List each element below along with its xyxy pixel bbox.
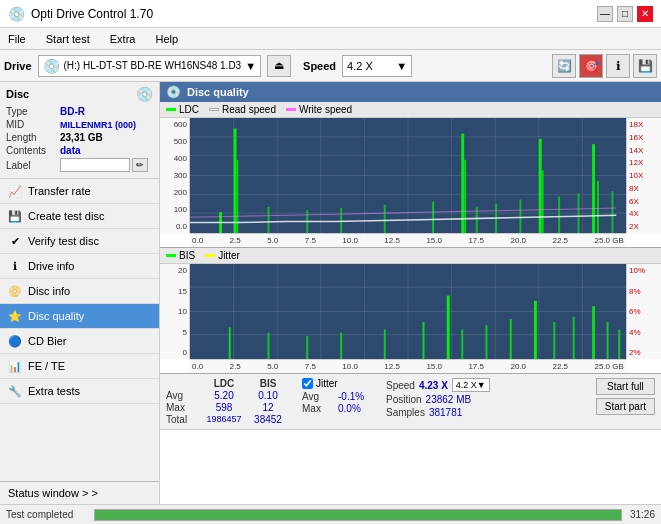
chart2-y-left: 20 15 10 5 0 [160, 264, 190, 359]
svg-rect-53 [461, 329, 463, 359]
maximize-button[interactable]: □ [617, 6, 633, 22]
label-edit-button[interactable]: ✏ [132, 158, 148, 172]
settings-button[interactable]: 🎯 [579, 54, 603, 78]
legend-jitter-label: Jitter [218, 250, 240, 261]
svg-rect-57 [553, 322, 555, 359]
disc-quality-header: 💿 Disc quality [160, 82, 661, 102]
position-label: Position [386, 394, 422, 405]
svg-rect-61 [618, 329, 620, 359]
info-button[interactable]: ℹ [606, 54, 630, 78]
svg-rect-60 [607, 322, 609, 359]
sidebar-item-disc-info[interactable]: 📀 Disc info [0, 279, 159, 304]
start-part-button[interactable]: Start part [596, 398, 655, 415]
label-input[interactable] [60, 158, 130, 172]
legend-bis: BIS [166, 250, 195, 261]
status-window-label: Status window > > [8, 487, 98, 499]
minimize-button[interactable]: — [597, 6, 613, 22]
start-full-button[interactable]: Start full [596, 378, 655, 395]
svg-rect-27 [539, 139, 542, 233]
chart2-y-right: 10% 8% 6% 4% 2% [626, 264, 661, 359]
menu-file[interactable]: File [4, 32, 30, 46]
svg-rect-55 [510, 319, 512, 359]
jitter-checkbox[interactable] [302, 378, 313, 389]
menu-help[interactable]: Help [151, 32, 182, 46]
speed-select[interactable]: 4.2 X ▼ [342, 55, 412, 77]
sidebar-item-label: CD Bier [28, 335, 67, 347]
progress-bar-container [94, 509, 622, 521]
disc-quality-icon: ⭐ [8, 309, 22, 323]
status-window-button[interactable]: Status window > > [0, 481, 159, 504]
sidebar-item-label: Disc quality [28, 310, 84, 322]
read-speed-color [209, 108, 219, 111]
sidebar-item-extra-tests[interactable]: 🔧 Extra tests [0, 379, 159, 404]
menu-bar: File Start test Extra Help [0, 28, 661, 50]
save-button[interactable]: 💾 [633, 54, 657, 78]
create-test-disc-icon: 💾 [8, 209, 22, 223]
svg-rect-17 [268, 207, 270, 233]
legend-ldc-label: LDC [179, 104, 199, 115]
drive-info-icon: ℹ [8, 259, 22, 273]
speed-arrow: ▼ [396, 60, 407, 72]
speed-dropdown-arrow: ▼ [477, 380, 486, 390]
close-button[interactable]: ✕ [637, 6, 653, 22]
sidebar-item-drive-info[interactable]: ℹ Drive info [0, 254, 159, 279]
jitter-avg: -0.1% [338, 391, 374, 402]
svg-rect-15 [234, 128, 237, 233]
total-bis: 38452 [246, 414, 290, 425]
sidebar-item-fe-te[interactable]: 📊 FE / TE [0, 354, 159, 379]
type-label: Type [6, 106, 60, 117]
jitter-section: Jitter Avg -0.1% Max 0.0% [302, 378, 374, 414]
cd-bier-icon: 🔵 [8, 334, 22, 348]
refresh-button[interactable]: 🔄 [552, 54, 576, 78]
disc-panel: Disc 💿 Type BD-R MID MILLENMR1 (000) Len… [0, 82, 159, 179]
sidebar-item-label: Transfer rate [28, 185, 91, 197]
sidebar-item-transfer-rate[interactable]: 📈 Transfer rate [0, 179, 159, 204]
chart2-section: 20 15 10 5 0 [160, 264, 661, 374]
sidebar-item-verify-test-disc[interactable]: ✔ Verify test disc [0, 229, 159, 254]
svg-rect-23 [464, 160, 466, 233]
speed-section-value: 4.23 X [419, 380, 448, 391]
max-bis: 12 [246, 402, 290, 413]
extra-tests-icon: 🔧 [8, 384, 22, 398]
position-value: 23862 MB [426, 394, 472, 405]
svg-rect-30 [578, 193, 580, 233]
chart1-section: 600 500 400 300 200 100 0.0 [160, 118, 661, 248]
sidebar-nav: 📈 Transfer rate 💾 Create test disc ✔ Ver… [0, 179, 159, 404]
svg-rect-31 [592, 144, 595, 233]
legend-bis-label: BIS [179, 250, 195, 261]
max-label: Max [166, 402, 202, 413]
chart-area: 💿 Disc quality LDC Read speed Write spee… [160, 82, 661, 504]
speed-position-section: Speed 4.23 X 4.2 X ▼ Position 23862 MB S… [386, 378, 490, 418]
eject-button[interactable]: ⏏ [267, 55, 291, 77]
drive-select[interactable]: 💿 (H:) HL-DT-ST BD-RE WH16NS48 1.D3 ▼ [38, 55, 262, 77]
jitter-max: 0.0% [338, 403, 374, 414]
sidebar-item-create-test-disc[interactable]: 💾 Create test disc [0, 204, 159, 229]
sidebar-item-label: FE / TE [28, 360, 65, 372]
label-label: Label [6, 160, 60, 171]
speed-dropdown[interactable]: 4.2 X ▼ [452, 378, 490, 392]
svg-rect-52 [447, 296, 450, 359]
sidebar-item-cd-bier[interactable]: 🔵 CD Bier [0, 329, 159, 354]
drive-value: (H:) HL-DT-ST BD-RE WH16NS48 1.D3 [64, 60, 242, 71]
chart1-x-axis: 0.0 2.5 5.0 7.5 10.0 12.5 15.0 17.5 20.0… [190, 233, 626, 247]
chart1-y-right: 18X 16X 14X 12X 10X 8X 6X 4X 2X [626, 118, 661, 233]
chart1-y-left: 600 500 400 300 200 100 0.0 [160, 118, 190, 233]
max-ldc: 598 [202, 402, 246, 413]
type-value: BD-R [60, 106, 85, 117]
svg-rect-32 [597, 181, 599, 233]
speed-value: 4.2 X [347, 60, 373, 72]
jitter-checkbox-row[interactable]: Jitter [302, 378, 374, 389]
sidebar-item-disc-quality[interactable]: ⭐ Disc quality [0, 304, 159, 329]
disc-panel-icon: 💿 [136, 86, 153, 102]
status-time: 31:26 [630, 509, 655, 520]
verify-test-disc-icon: ✔ [8, 234, 22, 248]
legend-read-speed-label: Read speed [222, 104, 276, 115]
fe-te-icon: 📊 [8, 359, 22, 373]
menu-extra[interactable]: Extra [106, 32, 140, 46]
app-title: Opti Drive Control 1.70 [31, 7, 153, 21]
chart1-main [190, 118, 626, 233]
chart1-legend: LDC Read speed Write speed [160, 102, 661, 118]
menu-start-test[interactable]: Start test [42, 32, 94, 46]
svg-rect-50 [384, 329, 386, 359]
samples-value: 381781 [429, 407, 462, 418]
